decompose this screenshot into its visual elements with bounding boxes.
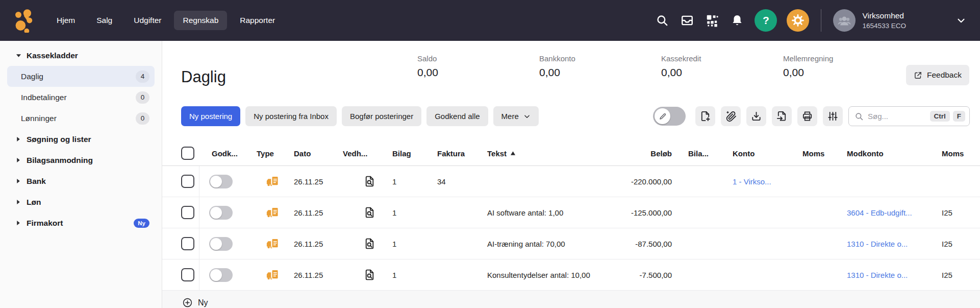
new-entry-button[interactable]: Ny postering xyxy=(181,106,240,126)
print-button[interactable] xyxy=(797,106,817,126)
account-name: Virksomhed xyxy=(862,11,906,20)
more-button[interactable]: Mere xyxy=(493,106,539,126)
inbox-icon[interactable] xyxy=(680,13,695,28)
sidebar-section-label: Bank xyxy=(27,177,46,186)
sidebar-section-bank[interactable]: Bank xyxy=(7,171,155,192)
row-bilag: 1 xyxy=(392,240,437,248)
sidebar-section-sogning-og-lister[interactable]: Søgning og lister xyxy=(7,129,155,150)
search-icon[interactable] xyxy=(655,13,670,28)
approve-all-button[interactable]: Godkend alle xyxy=(426,106,488,126)
table-row: 26.11.25 1 AI-træning antal: 70,00 -87.5… xyxy=(162,228,980,259)
row-beloeb: -220.000,00 xyxy=(614,177,688,186)
row-moms2: I25 xyxy=(941,208,971,217)
modkonto-link[interactable]: 3604 - Edb-udgift... xyxy=(847,208,912,217)
col-beloeb[interactable]: Beløb xyxy=(614,149,688,158)
document-magnifier-icon xyxy=(363,175,376,188)
sidebar-item-daglig[interactable]: Daglig 4 xyxy=(7,66,155,87)
account-chevron-down-icon[interactable] xyxy=(956,15,967,26)
nav-item-salg[interactable]: Salg xyxy=(88,11,121,30)
table-search: Ctrl F xyxy=(848,106,970,126)
count-badge: 0 xyxy=(136,112,149,125)
col-dato[interactable]: Dato xyxy=(294,149,343,158)
col-faktura[interactable]: Faktura xyxy=(437,149,487,158)
sidebar-section-lon[interactable]: Løn xyxy=(7,192,155,212)
sidebar-item-indbetalinger[interactable]: Indbetalinger 0 xyxy=(7,87,155,108)
sidebar-section-label: Søgning og lister xyxy=(27,135,91,144)
modkonto-link[interactable]: 1310 - Direkte o... xyxy=(847,271,908,279)
apps-grid-icon[interactable] xyxy=(705,13,720,28)
external-link-icon xyxy=(914,71,922,80)
bell-icon[interactable] xyxy=(730,13,745,28)
help-button[interactable]: ? xyxy=(755,9,777,32)
row-faktura: 34 xyxy=(437,177,487,186)
row-checkbox[interactable] xyxy=(181,237,194,250)
approve-toggle[interactable] xyxy=(209,268,233,282)
col-type[interactable]: Type xyxy=(257,149,294,158)
type-supplier-invoice-icon xyxy=(257,236,294,251)
download-button[interactable] xyxy=(746,106,766,126)
row-dato: 26.11.25 xyxy=(294,177,343,186)
col-moms[interactable]: Moms xyxy=(801,149,847,158)
attachment-preview-button[interactable] xyxy=(363,237,376,250)
caret-right-icon xyxy=(15,220,21,226)
action-buttons: Ny postering Ny postering fra Inbox Bogf… xyxy=(181,106,539,126)
feedback-button[interactable]: Feedback xyxy=(906,65,969,85)
add-row-button[interactable]: Ny xyxy=(182,297,208,308)
export-document-button[interactable] xyxy=(772,106,792,126)
col-godkendt[interactable]: Godk... xyxy=(199,149,257,158)
app-logo-icon[interactable] xyxy=(13,8,37,33)
col-tekst[interactable]: Tekst xyxy=(487,149,614,158)
chevron-down-icon xyxy=(523,113,531,120)
attachment-preview-button[interactable] xyxy=(363,175,376,188)
konto-link[interactable]: 1 - Virkso... xyxy=(733,177,771,186)
new-document-button[interactable] xyxy=(695,106,715,126)
account-menu[interactable]: Virksomhed 1654533 ECO xyxy=(833,9,906,32)
sidebar-section-firmakort[interactable]: Firmakort Ny xyxy=(7,212,155,233)
file-export-icon xyxy=(776,110,788,122)
approve-toggle[interactable] xyxy=(209,175,233,188)
attachment-button[interactable] xyxy=(721,106,741,126)
col-moms2[interactable]: Moms xyxy=(941,149,971,158)
sidebar-item-lonninger[interactable]: Lønninger 0 xyxy=(7,108,155,129)
row-beloeb: -87.500,00 xyxy=(614,240,688,248)
column-settings-button[interactable] xyxy=(823,106,843,126)
account-id: 1654533 ECO xyxy=(862,22,906,30)
row-dato: 26.11.25 xyxy=(294,208,343,217)
nav-item-rapporter[interactable]: Rapporter xyxy=(231,11,284,30)
nav-item-udgifter[interactable]: Udgifter xyxy=(125,11,170,30)
col-konto[interactable]: Konto xyxy=(733,149,801,158)
settings-button[interactable] xyxy=(787,9,809,32)
row-checkbox[interactable] xyxy=(181,268,194,281)
sidebar-section-kassekladder[interactable]: Kassekladder xyxy=(7,45,155,66)
search-input[interactable] xyxy=(868,112,926,121)
nav-item-regnskab[interactable]: Regnskab xyxy=(174,11,227,30)
approve-toggle[interactable] xyxy=(209,206,233,220)
select-all-checkbox[interactable] xyxy=(181,147,194,160)
new-entry-from-inbox-button[interactable]: Ny postering fra Inbox xyxy=(245,106,337,126)
approve-toggle[interactable] xyxy=(209,237,233,251)
count-badge: 0 xyxy=(136,91,149,104)
table-header: Godk... Type Dato Vedh... Bilag Faktura … xyxy=(162,141,980,166)
col-tekst-label: Tekst xyxy=(487,149,507,158)
col-modkonto[interactable]: Modkonto xyxy=(847,149,941,158)
sliders-icon xyxy=(827,110,839,122)
col-bilag[interactable]: Bilag xyxy=(392,149,437,158)
printer-icon xyxy=(801,110,813,122)
attachment-preview-button[interactable] xyxy=(363,268,376,281)
modkonto-link[interactable]: 1310 - Direkte o... xyxy=(847,240,908,248)
attachment-preview-button[interactable] xyxy=(363,206,376,219)
stat-value: 0,00 xyxy=(539,66,661,79)
col-vedhaeftning[interactable]: Vedh... xyxy=(343,149,392,158)
search-icon xyxy=(855,112,864,121)
row-checkbox[interactable] xyxy=(181,206,194,219)
stat-label: Mellemregning xyxy=(783,54,905,63)
table-row: 26.11.25 1 34 -220.000,00 1 - Virkso... xyxy=(162,166,980,197)
edit-mode-toggle[interactable] xyxy=(653,107,686,126)
col-bilag2[interactable]: Bila... xyxy=(688,149,733,158)
sidebar-section-bilagsanmodning[interactable]: Bilagsanmodning xyxy=(7,150,155,171)
row-checkbox[interactable] xyxy=(181,175,194,188)
main-nav: Hjem Salg Udgifter Regnskab Rapporter xyxy=(48,11,284,30)
post-entries-button[interactable]: Bogfør posteringer xyxy=(342,106,421,126)
nav-item-hjem[interactable]: Hjem xyxy=(48,11,84,30)
caret-right-icon xyxy=(15,199,21,205)
